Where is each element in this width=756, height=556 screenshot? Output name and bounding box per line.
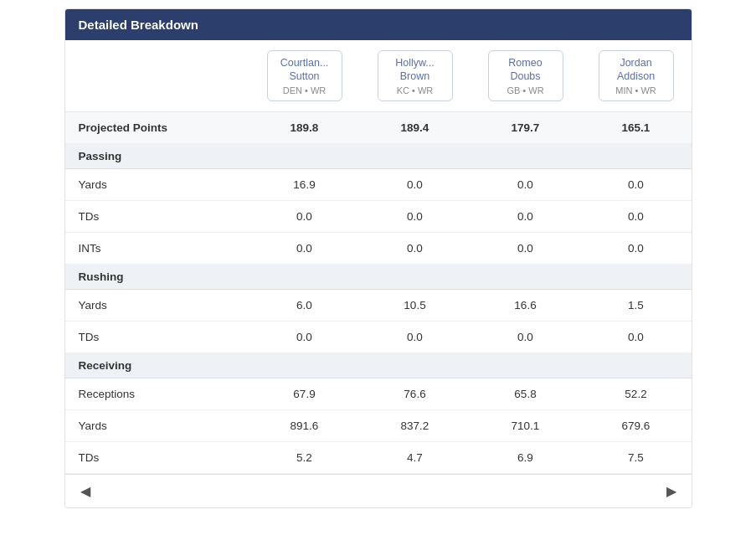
row-values-2-2: 0.00.00.00.0 [249,331,692,343]
player-cell-3: RomeoDoubsGB • WR [471,50,581,101]
section-title: Detailed Breakdown [79,18,198,32]
nav-left-arrow[interactable]: ◀ [75,481,95,501]
row-value-2-1-2: 10.5 [360,299,471,311]
row-value-3-1-4: 52.2 [581,388,692,400]
projected-points-value-2: 189.4 [360,121,471,134]
row-value-3-3-3: 6.9 [471,451,581,464]
category-label-2: Rushing [79,270,124,283]
row-value-1-3-4: 0.0 [581,242,692,255]
player-cell-1: Courtlan...SuttonDEN • WR [249,50,360,101]
player-meta-3: GB • WR [501,85,551,95]
label-col-header [65,50,249,101]
row-value-2-2-2: 0.0 [360,331,471,343]
row-value-3-2-4: 679.6 [581,420,692,432]
player-name-line2-2: Brown [390,70,440,83]
section-header: Detailed Breakdown [65,9,692,40]
row-values-1-1: 16.90.00.00.0 [249,178,692,191]
player-meta-2: KC • WR [390,85,440,95]
data-row-1-1: Yards16.90.00.00.0 [65,169,692,201]
player-name-line2-4: Addison [611,70,661,83]
row-value-1-3-3: 0.0 [471,242,581,255]
category-label-1: Passing [79,150,122,162]
row-values-1-3: 0.00.00.00.0 [249,242,692,255]
data-row-1-3: INTs0.00.00.00.0 [65,233,692,265]
nav-row: ◀ ▶ [65,474,692,507]
row-value-2-2-4: 0.0 [581,331,692,343]
row-value-3-2-3: 710.1 [471,420,581,432]
player-cell-2: Hollyw...BrownKC • WR [360,50,471,101]
player-meta-1: DEN • WR [280,85,330,95]
row-label-3-3: TDs [65,451,249,464]
row-label-3-2: Yards [65,420,249,432]
row-label-2-1: Yards [65,299,249,311]
row-value-1-1-1: 16.9 [249,178,360,191]
row-values-3-1: 67.976.665.852.2 [249,388,692,400]
row-value-2-2-1: 0.0 [249,331,360,343]
row-label-1-3: INTs [65,242,249,255]
row-value-3-3-4: 7.5 [581,451,692,464]
row-value-1-2-4: 0.0 [581,210,692,223]
data-row-3-3: TDs5.24.76.97.5 [65,442,692,474]
nav-right-arrow[interactable]: ▶ [661,481,681,501]
row-values-2-1: 6.010.516.61.5 [249,299,692,311]
row-values-3-3: 5.24.76.97.5 [249,451,692,464]
projected-points-label: Projected Points [65,121,249,134]
row-value-1-1-4: 0.0 [581,178,692,191]
row-value-2-1-1: 6.0 [249,299,360,311]
row-value-1-3-2: 0.0 [360,242,471,255]
row-value-2-1-4: 1.5 [581,299,692,311]
player-name-line1-1: Courtlan... [280,56,330,70]
projected-points-row: Projected Points 189.8189.4179.7165.1 [65,112,692,144]
row-label-2-2: TDs [65,331,249,343]
category-header-1: Passing [65,144,692,169]
row-value-3-3-1: 5.2 [249,451,360,464]
row-value-1-1-3: 0.0 [471,178,581,191]
row-values-3-2: 891.6837.2710.1679.6 [249,420,692,432]
row-value-3-2-1: 891.6 [249,420,360,432]
player-name-line1-3: Romeo [501,56,551,70]
player-name-line1-2: Hollyw... [390,56,440,70]
category-label-3: Receiving [79,359,132,372]
row-value-1-2-3: 0.0 [471,210,581,223]
categories-container: PassingYards16.90.00.00.0TDs0.00.00.00.0… [65,144,692,474]
player-card-3[interactable]: RomeoDoubsGB • WR [488,50,563,101]
row-value-3-1-2: 76.6 [360,388,471,400]
player-name-line2-1: Sutton [280,70,330,83]
data-row-3-1: Receptions67.976.665.852.2 [65,378,692,410]
player-name-line2-3: Doubs [501,70,551,83]
projected-points-values: 189.8189.4179.7165.1 [249,121,692,134]
data-row-2-1: Yards6.010.516.61.5 [65,290,692,322]
player-cols: Courtlan...SuttonDEN • WRHollyw...BrownK… [249,50,692,101]
player-card-4[interactable]: JordanAddisonMIN • WR [599,50,674,101]
breakdown-table: Detailed Breakdown Courtlan...SuttonDEN … [64,8,692,508]
row-value-3-1-1: 67.9 [249,388,360,400]
row-label-1-2: TDs [65,210,249,223]
player-card-2[interactable]: Hollyw...BrownKC • WR [378,50,453,101]
category-header-3: Receiving [65,353,692,378]
data-row-1-2: TDs0.00.00.00.0 [65,201,692,233]
player-header-row: Courtlan...SuttonDEN • WRHollyw...BrownK… [65,40,692,112]
row-value-1-1-2: 0.0 [360,178,471,191]
data-row-2-2: TDs0.00.00.00.0 [65,322,692,353]
projected-points-value-4: 165.1 [581,121,692,134]
player-meta-4: MIN • WR [611,85,661,95]
player-name-line1-4: Jordan [611,56,661,70]
row-value-1-2-1: 0.0 [249,210,360,223]
row-label-3-1: Receptions [65,388,249,400]
projected-points-value-3: 179.7 [471,121,581,134]
row-label-1-1: Yards [65,178,249,191]
projected-points-value-1: 189.8 [249,121,360,134]
row-value-1-3-1: 0.0 [249,242,360,255]
player-card-1[interactable]: Courtlan...SuttonDEN • WR [267,50,342,101]
page-container: Detailed Breakdown Courtlan...SuttonDEN … [0,0,756,556]
row-value-3-1-3: 65.8 [471,388,581,400]
row-value-3-2-2: 837.2 [360,420,471,432]
row-value-2-1-3: 16.6 [471,299,581,311]
row-values-1-2: 0.00.00.00.0 [249,210,692,223]
category-header-2: Rushing [65,265,692,290]
data-row-3-2: Yards891.6837.2710.1679.6 [65,410,692,442]
row-value-3-3-2: 4.7 [360,451,471,464]
player-cell-4: JordanAddisonMIN • WR [581,50,692,101]
row-value-2-2-3: 0.0 [471,331,581,343]
row-value-1-2-2: 0.0 [360,210,471,223]
